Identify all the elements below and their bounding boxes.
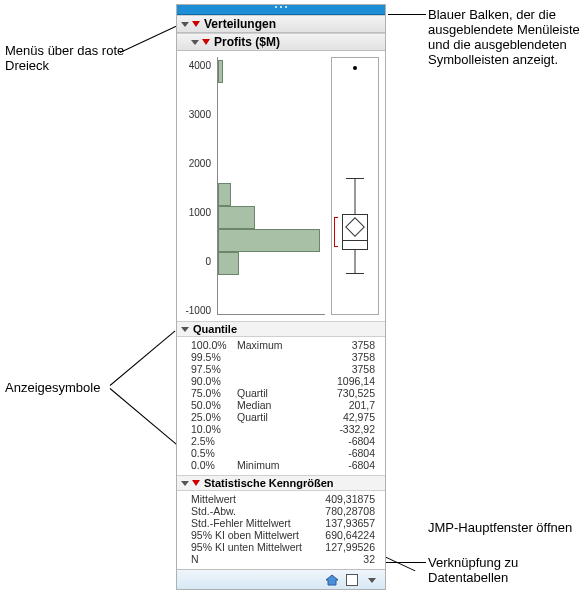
table-row: 100.0%Maximum3758 — [191, 339, 379, 351]
table-row: N32 — [191, 553, 379, 565]
jmp-home-icon[interactable] — [325, 573, 339, 587]
svg-rect-0 — [347, 574, 358, 585]
red-triangle-icon[interactable] — [192, 21, 200, 27]
table-row: Std.-Fehler Mittelwert137,93657 — [191, 517, 379, 529]
chart-area: 4000 3000 2000 1000 0 -1000 — [177, 51, 385, 321]
disclosure-icon[interactable] — [181, 22, 189, 27]
table-row: 10.0%-332,92 — [191, 423, 379, 435]
table-row: 2.5%-6804 — [191, 435, 379, 447]
table-row: 99.5%3758 — [191, 351, 379, 363]
shortest-half-bracket — [334, 217, 338, 248]
red-triangle-icon[interactable] — [192, 480, 200, 486]
table-row: Std.-Abw.780,28708 — [191, 505, 379, 517]
status-bar — [177, 569, 385, 589]
label-menus-red-triangle: Menüs über das rote Dreieck — [5, 43, 165, 73]
quantiles-header[interactable]: Quantile — [177, 321, 385, 337]
stats-title: Statistische Kenngrößen — [204, 477, 334, 489]
table-row: 75.0%Quartil730,525 — [191, 387, 379, 399]
table-row: 97.5%3758 — [191, 363, 379, 375]
distribution-window: Verteilungen Profits ($M) 4000 3000 2000… — [176, 4, 386, 590]
label-table-link: Verknüpfung zu Datentabellen — [428, 555, 568, 585]
table-row: 0.5%-6804 — [191, 447, 379, 459]
table-row: 90.0%1096,14 — [191, 375, 379, 387]
outlier-point — [353, 66, 357, 70]
histogram[interactable] — [217, 57, 325, 315]
data-table-link-icon[interactable] — [345, 573, 359, 587]
table-row: 50.0%Median201,7 — [191, 399, 379, 411]
distributions-title: Verteilungen — [204, 17, 276, 31]
table-row: 25.0%Quartil42,975 — [191, 411, 379, 423]
mean-diamond — [345, 217, 365, 237]
stats-header[interactable]: Statistische Kenngrößen — [177, 475, 385, 491]
disclosure-icon[interactable] — [191, 40, 199, 45]
y-axis: 4000 3000 2000 1000 0 -1000 — [181, 57, 213, 315]
table-row: Mittelwert409,31875 — [191, 493, 379, 505]
label-jmp-main: JMP-Hauptfenster öffnen — [428, 520, 572, 535]
table-row: 95% KI unten Mittelwert127,99526 — [191, 541, 379, 553]
label-display-symbols: Anzeigesymbole — [5, 380, 100, 395]
label-blue-bar: Blauer Balken, der die ausgeblendete Men… — [428, 7, 583, 67]
quantiles-table: 100.0%Maximum375899.5%375897.5%375890.0%… — [177, 337, 385, 475]
disclosure-icon[interactable] — [181, 481, 189, 486]
red-triangle-icon[interactable] — [202, 39, 210, 45]
hidden-menu-bar[interactable] — [177, 5, 385, 15]
profits-title: Profits ($M) — [214, 35, 280, 49]
profits-header[interactable]: Profits ($M) — [177, 33, 385, 51]
stats-table: Mittelwert409,31875Std.-Abw.780,28708Std… — [177, 491, 385, 569]
table-row: 0.0%Minimum-6804 — [191, 459, 379, 471]
dropdown-icon[interactable] — [365, 573, 379, 587]
disclosure-icon[interactable] — [181, 327, 189, 332]
distributions-header[interactable]: Verteilungen — [177, 15, 385, 33]
boxplot[interactable] — [331, 57, 379, 315]
quantiles-title: Quantile — [193, 323, 237, 335]
table-row: 95% KI oben Mittelwert690,64224 — [191, 529, 379, 541]
